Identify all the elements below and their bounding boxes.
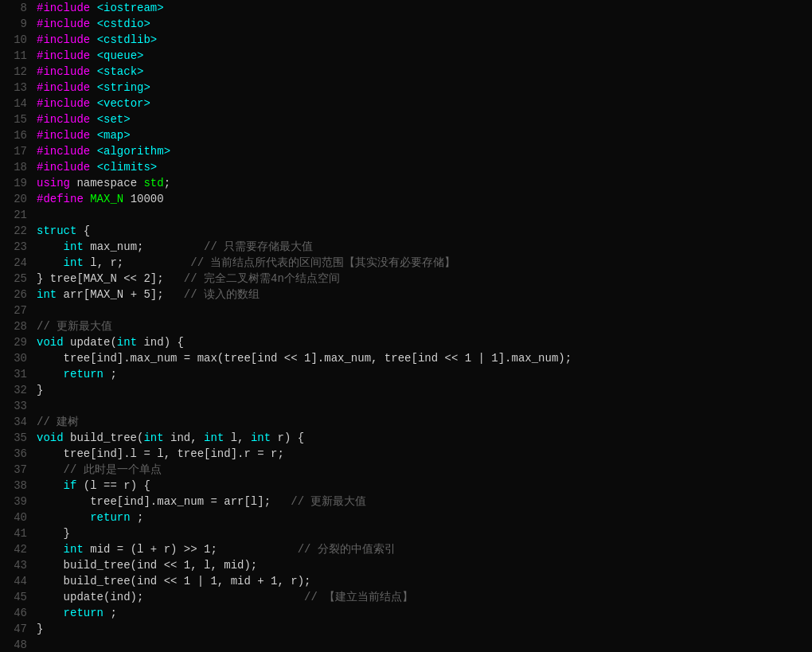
token [37,368,64,381]
table-row: 25} tree[MAX_N << 2]; // 完全二叉树需4n个结点空间 [6,271,812,287]
token: // 分裂的中值索引 [298,543,396,556]
token: { [76,224,90,237]
token: #include [37,129,90,142]
code-line-content: using namespace std; [37,175,170,191]
table-row: 36 tree[ind].l = l, tree[ind].r = r; [6,446,812,462]
table-row: 21 [6,207,812,223]
table-row: 26int arr[MAX_N + 5]; // 读入的数组 [6,287,812,303]
token [90,81,96,94]
code-line-content: int max_num; // 只需要存储最大值 [37,239,313,255]
token [37,463,64,476]
line-number: 43 [6,557,37,573]
token: <set> [97,113,131,126]
token [90,2,96,14]
table-row: 32} [6,382,812,398]
line-number: 38 [6,478,37,494]
token: // 此时是一个单点 [64,463,162,476]
token: void [37,336,64,349]
code-line-content: tree[ind].max_num = max(tree[ind << 1].m… [37,350,572,366]
table-row: 34// 建树 [6,414,812,430]
token: tree[ind].max_num = max(tree[ind << 1].m… [37,352,572,365]
token [90,18,96,30]
token: <iostream> [97,2,164,14]
token: #include [37,81,90,94]
code-line-content: void update(int ind) { [37,334,184,350]
table-row: 18#include <climits> [6,159,812,175]
code-line-content: // 更新最大值 [37,318,112,334]
code-line-content: #include <vector> [37,96,150,111]
token: update(ind); [37,591,143,603]
code-line-content: return ; [37,509,143,525]
table-row: 43 build_tree(ind << 1, l, mid); [6,557,812,573]
code-line-content: #include <cstdio> [37,16,150,32]
line-number: 33 [6,398,37,414]
token: return [64,607,103,619]
token: // 读入的数组 [184,288,260,301]
code-line-content: } [37,621,43,637]
token: using [37,177,70,189]
token [90,65,96,78]
token: return [90,511,130,524]
token: #include [37,97,90,110]
table-row: 9#include <cstdio> [6,16,812,32]
token: namespace [70,177,143,189]
line-number: 26 [6,287,37,303]
table-row: 16#include <map> [6,127,812,143]
token [37,256,64,269]
token: build_tree(ind << 1 | 1, mid + 1, r); [37,575,310,588]
table-row: 41 } [6,525,812,541]
token: // 更新最大值 [37,320,112,333]
table-row: 45 update(ind); // 【建立当前结点】 [6,589,812,605]
code-line-content: if (l == r) { [37,478,150,494]
token: mid = (l + r) >> 1; [84,543,217,556]
token: update( [64,336,117,349]
token [90,97,96,110]
table-row: 35void build_tree(int ind, int l, int r)… [6,430,812,446]
line-number: 39 [6,494,37,509]
table-row: 27 [6,303,812,318]
token: struct [37,224,76,237]
token: } [37,384,43,396]
table-row: 19using namespace std; [6,175,812,191]
line-number: 32 [6,382,37,398]
token: int [204,431,224,444]
token: MAX_N [90,193,123,205]
token: ; [164,177,170,189]
token: // 完全二叉树需4n个结点空间 [184,272,340,285]
line-number: 11 [6,48,37,64]
token: #include [37,145,90,158]
line-number: 19 [6,175,37,191]
token: ; [131,511,144,524]
token [164,272,184,285]
token: std [143,177,163,189]
table-row: 13#include <string> [6,80,812,96]
token: #include [37,65,90,78]
token [90,129,96,142]
table-row: 44 build_tree(ind << 1 | 1, mid + 1, r); [6,573,812,589]
token: tree[ind].max_num = arr[l]; [37,495,271,508]
token: <stack> [97,65,144,78]
line-number: 34 [6,414,37,430]
token: if [64,479,77,492]
code-line-content: #include <cstdlib> [37,32,157,48]
token [143,240,204,253]
token: <cstdio> [97,18,150,30]
code-line-content: update(ind); // 【建立当前结点】 [37,589,413,605]
token [37,511,90,524]
table-row: 12#include <stack> [6,64,812,80]
table-row: 31 return ; [6,366,812,382]
line-number: 44 [6,573,37,589]
line-number: 25 [6,271,37,287]
code-line-content: build_tree(ind << 1 | 1, mid + 1, r); [37,573,310,589]
token: void [37,431,64,444]
token: tree[ind].l = l, tree[ind].r = r; [37,447,284,460]
table-row: 30 tree[ind].max_num = max(tree[ind << 1… [6,350,812,366]
table-row: 40 return ; [6,509,812,525]
token: int [64,543,84,556]
line-number: 14 [6,96,37,111]
token: #include [37,49,90,62]
table-row: 28// 更新最大值 [6,318,812,334]
token: int [64,240,84,253]
token: } tree[MAX_N << 2]; [37,272,164,285]
table-row: 8#include <iostream> [6,0,812,16]
